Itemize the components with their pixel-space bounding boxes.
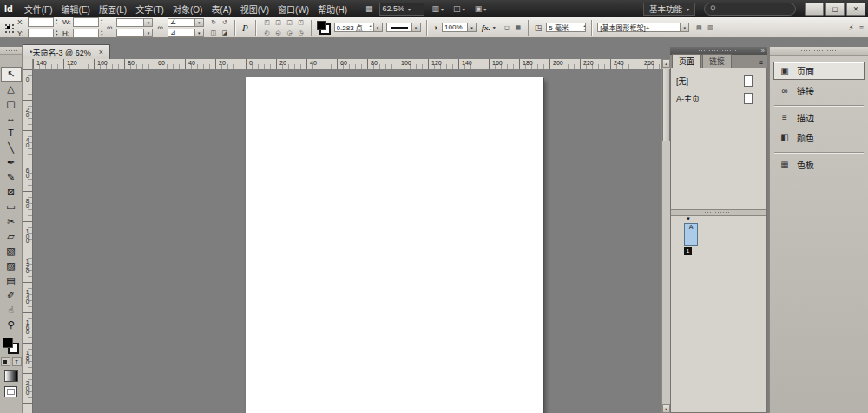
rotate-flip-button[interactable]: ◪ [219, 28, 231, 37]
screen-mode-toggle[interactable] [4, 386, 17, 397]
eyedropper-tool[interactable]: ✐ [1, 288, 22, 303]
document-page[interactable] [246, 77, 543, 413]
line-tool[interactable]: ╲ [1, 141, 22, 155]
control-panel-menu-icon[interactable]: ≡ [858, 23, 865, 32]
canvas-pasteboard[interactable] [33, 69, 661, 413]
formatting-affects-container-button[interactable] [1, 357, 10, 366]
gradient-feather-tool[interactable]: ▨ [1, 259, 22, 273]
select-object-button[interactable]: ◴ [261, 28, 273, 37]
restore-button[interactable]: ▢ [825, 3, 845, 16]
view-options-button[interactable]: ▥ ▾ [431, 3, 446, 14]
fill-swatch[interactable] [317, 21, 326, 30]
stroke-type-select[interactable]: ▾ [386, 23, 421, 32]
screen-mode-button[interactable]: ◫ ▾ [451, 3, 467, 14]
w-stepper[interactable]: ▴▾ [101, 18, 102, 25]
corner-radius-input[interactable]: 5 毫米 ▴▾ [546, 23, 586, 32]
select-object-button[interactable]: ◵ [273, 28, 285, 37]
style-option-button[interactable]: ▥ [704, 23, 716, 32]
horizontal-ruler[interactable]: 1401201008060402002040608010012014016018… [33, 59, 661, 69]
formatting-affects-text-button[interactable]: T [12, 357, 22, 366]
menu-item[interactable]: 版面(L) [95, 1, 131, 17]
height-input[interactable] [73, 29, 99, 38]
minimize-button[interactable]: — [805, 3, 824, 16]
select-object-button[interactable]: ◷ [295, 28, 307, 37]
menu-item[interactable]: 文字(T) [131, 1, 168, 17]
scrollbar-thumb[interactable] [662, 69, 670, 141]
tools-panel-drag-bar[interactable] [0, 47, 22, 55]
selection-tool[interactable]: ↖ [1, 67, 22, 82]
fx-button[interactable]: fx. ▾ [480, 23, 497, 32]
page-tool[interactable]: ▢ [1, 96, 22, 111]
style-option-button[interactable]: ▤ [693, 23, 705, 32]
y-input[interactable] [28, 29, 54, 38]
select-object-button[interactable]: ◳ [295, 17, 307, 27]
master-page-row[interactable]: A-主页 [671, 89, 766, 107]
select-object-button[interactable]: ◱ [273, 17, 285, 27]
close-button[interactable]: ✕ [846, 3, 865, 16]
collapse-to-icons-icon[interactable]: » [761, 48, 765, 55]
page-number-badge[interactable]: 1 [684, 247, 692, 255]
zoom-tool[interactable]: ⚲ [1, 318, 22, 332]
vertical-scrollbar[interactable]: ▲ ▼ [661, 59, 670, 413]
width-input[interactable] [73, 17, 99, 27]
sidebar-item-stroke[interactable]: ≡ 描边 [773, 108, 865, 127]
x-stepper[interactable]: ▴▾ [56, 18, 57, 25]
scale-y-select[interactable]: ▾ [116, 29, 153, 37]
shear-angle-select[interactable]: ⊿▾ [168, 29, 204, 37]
document-tab[interactable]: *未命名-3 @ 62% × [23, 44, 110, 59]
pencil-tool[interactable]: ✎ [1, 170, 22, 185]
reference-point-proxy[interactable] [3, 23, 14, 33]
pen-tool[interactable]: ✒ [1, 155, 22, 170]
opacity-select[interactable]: 100% ▾ [442, 23, 477, 32]
bridge-icon[interactable]: ▦ [365, 4, 373, 13]
type-tool[interactable]: T [1, 126, 22, 141]
search-box[interactable]: ⚲ [704, 3, 796, 16]
rectangle-frame-tool[interactable]: ⊠ [1, 185, 22, 200]
tab-pages[interactable]: 页面 [672, 54, 701, 68]
panel-splitter[interactable] [671, 209, 766, 216]
scroll-up-button[interactable]: ▲ [662, 59, 670, 68]
sidebar-item-links[interactable]: ∞ 链接 [773, 82, 865, 100]
stroke-fill-swatches[interactable] [317, 21, 331, 35]
rotate-flip-button[interactable]: ↻ [207, 17, 220, 27]
workspace-switcher[interactable]: 基本功能 ▾ [643, 3, 695, 16]
effect-button[interactable]: ▦ [512, 23, 524, 32]
menu-item[interactable]: 表(A) [207, 1, 235, 17]
h-stepper[interactable]: ▴▾ [101, 30, 102, 36]
menu-item[interactable]: 编辑(E) [57, 1, 95, 17]
constrain-scale-icon[interactable]: ∞ [156, 23, 163, 32]
sidebar-item-pages[interactable]: ▣ 页面 [773, 62, 865, 80]
hand-tool[interactable]: ☝ [1, 303, 22, 318]
scissors-tool[interactable]: ✂ [1, 214, 22, 229]
free-transform-tool[interactable]: ▱ [1, 229, 22, 244]
corner-stepper[interactable]: ▴▾ [583, 24, 585, 31]
sidebar-item-swatches[interactable]: ▦ 色板 [773, 155, 865, 174]
note-tool[interactable]: ▤ [1, 273, 22, 288]
gradient-swatch-tool[interactable]: ▧ [1, 244, 22, 259]
y-stepper[interactable]: ▴▾ [56, 30, 57, 36]
rotation-angle-select[interactable]: ∠▾ [168, 18, 204, 27]
menu-item[interactable]: 视图(V) [236, 1, 273, 17]
x-input[interactable] [28, 17, 54, 27]
select-object-button[interactable]: ◲ [284, 17, 296, 27]
vertical-ruler[interactable]: 020406080100120140160180200 [23, 69, 33, 413]
select-object-button[interactable]: ◰ [261, 17, 273, 27]
zoom-level-select[interactable]: 62.5% ▾ [379, 3, 424, 16]
fill-swatch[interactable] [3, 338, 13, 348]
direct-selection-tool[interactable]: △ [1, 82, 22, 96]
constrain-dimensions-icon[interactable]: ∞ [106, 23, 113, 32]
scale-x-select[interactable]: ▾ [116, 18, 153, 27]
quick-apply-icon[interactable]: ⚡ [847, 23, 854, 32]
tab-close-icon[interactable]: × [99, 48, 103, 56]
rotate-flip-button[interactable]: ◫ [207, 28, 220, 37]
page-thumbnail[interactable]: A [684, 223, 698, 246]
stroke-weight-stepper[interactable]: ▴▾ [370, 24, 372, 31]
effect-button[interactable]: ◻ [501, 23, 513, 32]
arrange-documents-button[interactable]: ▣ ▾ [473, 3, 489, 14]
sidebar-item-color[interactable]: ◧ 颜色 [773, 128, 865, 147]
menu-item[interactable]: 对象(O) [168, 1, 207, 17]
object-style-select[interactable]: [基本图形框架]+ ▾ [597, 23, 689, 32]
menu-item[interactable]: 文件(F) [20, 1, 57, 17]
ruler-origin[interactable] [23, 59, 33, 69]
scroll-down-button[interactable]: ▼ [662, 404, 670, 413]
